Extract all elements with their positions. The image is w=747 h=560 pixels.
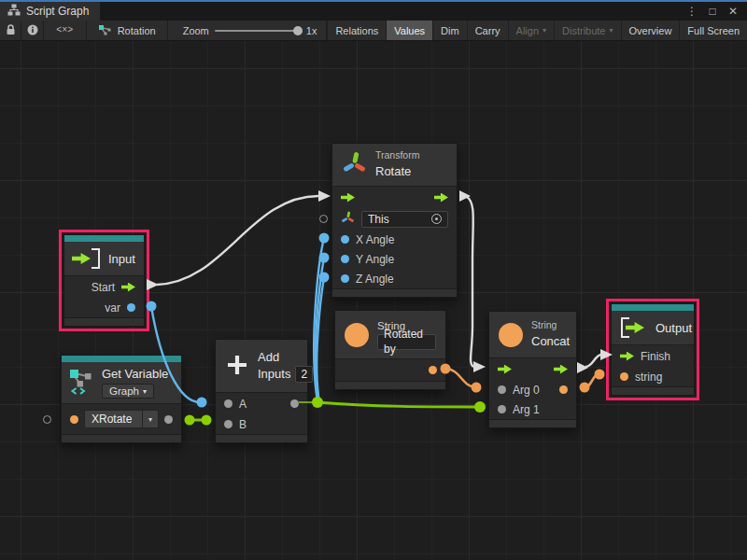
rotate-flow-row xyxy=(332,187,457,208)
string-literal-node[interactable]: String Rotated by xyxy=(334,310,446,390)
string-out-port[interactable] xyxy=(429,366,437,374)
add-inputs-node[interactable]: Add Inputs 2 A B xyxy=(215,339,308,443)
lock-button[interactable] xyxy=(0,21,21,40)
rotate-z-row: Z Angle xyxy=(332,269,457,288)
get-variable-title: Get Variable xyxy=(102,367,168,381)
graph-breadcrumb[interactable]: Rotation xyxy=(87,21,168,40)
zoom-slider[interactable] xyxy=(215,30,301,32)
port-a-label: A xyxy=(239,398,247,411)
concat-node[interactable]: String Concat Arg 0 Arg 1 xyxy=(488,311,577,428)
wire-add-to-arg1[interactable] xyxy=(317,402,480,407)
concat-arg1-row: Arg 1 xyxy=(489,399,576,419)
chevron-down-icon: ▾ xyxy=(543,26,546,35)
add-inputs-header[interactable]: Add Inputs 2 xyxy=(216,340,307,393)
wire-arrowhead[interactable] xyxy=(318,190,331,202)
flow-in-port[interactable] xyxy=(620,352,634,361)
string-in-port[interactable] xyxy=(620,372,628,381)
input-b-port[interactable] xyxy=(224,420,233,428)
graph-name-label: Rotation xyxy=(118,25,156,36)
rotate-node[interactable]: Transform Rotate xyxy=(331,143,458,298)
flow-in-port[interactable] xyxy=(341,193,355,203)
output-node[interactable]: Output Finish string xyxy=(611,303,695,396)
port-row-b: B xyxy=(216,414,307,434)
input-node-header[interactable]: Input xyxy=(64,242,144,276)
wire-rotate-to-concat[interactable] xyxy=(467,197,473,367)
arg1-port[interactable] xyxy=(498,405,506,413)
wire-string-to-arg0[interactable] xyxy=(445,369,476,387)
variable-value-out-port[interactable] xyxy=(164,415,173,424)
inputs-count-field[interactable]: 2 xyxy=(295,366,313,383)
add-inputs-footer xyxy=(216,434,307,442)
rotate-header[interactable]: Transform Rotate xyxy=(332,144,457,187)
wire-arrowhead[interactable] xyxy=(473,361,486,372)
values-button[interactable]: Values xyxy=(387,21,433,40)
string-literal-header[interactable]: String Rotated by xyxy=(335,311,445,359)
code-view-button[interactable]: <×> xyxy=(44,21,87,40)
arg0-port[interactable] xyxy=(498,385,506,394)
get-variable-header[interactable]: Get Variable Graph ▾ xyxy=(62,362,181,404)
node-icon xyxy=(98,24,111,37)
sum-out-port[interactable] xyxy=(290,399,299,408)
input-node-title: Input xyxy=(108,252,135,266)
values-label: Values xyxy=(394,25,425,36)
rotate-footer xyxy=(332,288,457,297)
maximize-button[interactable]: □ xyxy=(704,3,721,20)
flow-out-port[interactable] xyxy=(554,365,568,374)
finish-label: Finish xyxy=(641,350,670,363)
get-variable-node[interactable]: Get Variable Graph ▾ XRotate ▾ xyxy=(61,355,182,443)
tab-title: Script Graph xyxy=(26,5,89,18)
result-out-port[interactable] xyxy=(559,385,568,394)
string-type-icon xyxy=(345,323,369,347)
info-button[interactable] xyxy=(21,21,44,40)
overview-button[interactable]: Overview xyxy=(622,21,681,40)
tab-script-graph[interactable]: Script Graph xyxy=(0,2,100,21)
arg1-label: Arg 1 xyxy=(513,403,540,416)
scope-value: Graph xyxy=(109,385,139,397)
flow-in-port[interactable] xyxy=(498,365,512,374)
arg0-label: Arg 0 xyxy=(513,384,540,397)
string-type-icon xyxy=(499,323,523,347)
string-value: Rotated by xyxy=(384,328,430,357)
input-node[interactable]: Input Start var xyxy=(63,234,145,327)
relations-button[interactable]: Relations xyxy=(328,21,387,40)
x-angle-port[interactable] xyxy=(341,235,349,244)
rotate-category: Transform xyxy=(375,149,419,162)
object-picker-icon[interactable] xyxy=(431,214,442,224)
input-a-port[interactable] xyxy=(224,399,233,408)
graph-canvas[interactable]: Input Start var xyxy=(0,41,747,560)
z-angle-port[interactable] xyxy=(341,274,349,283)
output-node-header[interactable]: Output xyxy=(612,311,694,345)
this-object-field[interactable]: This xyxy=(361,211,448,228)
string-value-field[interactable]: Rotated by xyxy=(377,334,436,350)
add-title-line2: Inputs xyxy=(258,366,290,383)
rotate-x-row: X Angle xyxy=(332,230,457,249)
carry-button[interactable]: Carry xyxy=(468,21,509,40)
flow-out-port[interactable] xyxy=(434,193,448,203)
carry-label: Carry xyxy=(475,25,500,36)
variable-name-select[interactable]: XRotate ▾ xyxy=(84,410,159,428)
wire-start-to-rotate[interactable] xyxy=(157,196,318,285)
wire-concat-to-output[interactable] xyxy=(585,355,601,367)
concat-header[interactable]: String Concat xyxy=(489,312,576,358)
relations-label: Relations xyxy=(335,25,378,36)
port-b-label: B xyxy=(239,418,247,431)
input-node-selection: Input Start var xyxy=(59,230,149,331)
full-screen-button[interactable]: Full Screen xyxy=(680,21,747,40)
variable-scope-dropdown[interactable]: Graph ▾ xyxy=(102,384,154,399)
variable-name-port[interactable] xyxy=(70,415,78,424)
close-button[interactable]: ✕ xyxy=(725,3,741,20)
variable-name-value: XRotate xyxy=(84,410,142,428)
flow-out-port[interactable] xyxy=(121,283,135,292)
align-label: Align xyxy=(516,25,539,36)
window-menu-button[interactable]: ⋮ xyxy=(684,3,700,20)
distribute-button[interactable]: Distribute ▾ xyxy=(555,21,621,40)
wire-result-to-output-string[interactable] xyxy=(585,374,599,387)
value-out-port[interactable] xyxy=(127,303,135,312)
zoom-control: Zoom 1x xyxy=(168,21,328,40)
dim-button[interactable]: Dim xyxy=(433,21,468,40)
port-var-label: var xyxy=(105,301,120,315)
z-angle-label: Z Angle xyxy=(356,273,394,286)
y-angle-port[interactable] xyxy=(341,255,349,263)
zoom-slider-handle[interactable] xyxy=(293,26,303,35)
align-button[interactable]: Align ▾ xyxy=(509,21,555,40)
